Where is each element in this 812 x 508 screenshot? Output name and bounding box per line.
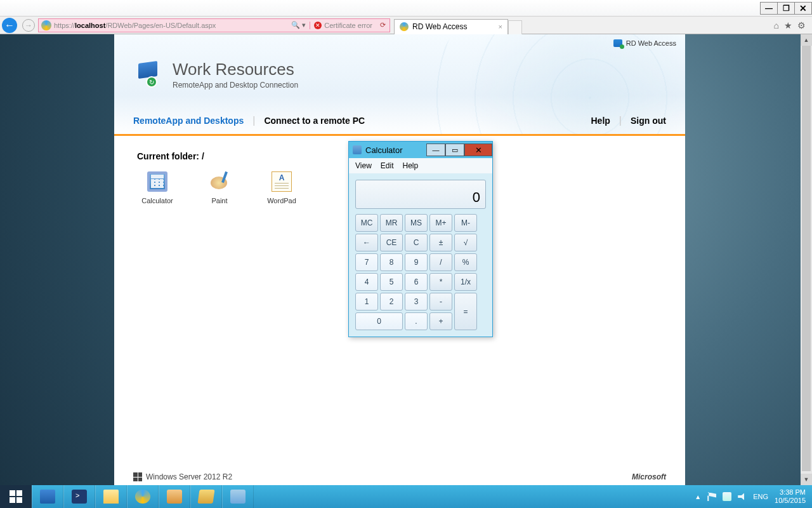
- command-icons: ⌂ ★ ⚙: [774, 20, 812, 30]
- taskbar-powershell[interactable]: [63, 485, 95, 508]
- calc-ms-button[interactable]: MS: [405, 214, 428, 232]
- nav-remoteapp[interactable]: RemoteApp and Desktops: [133, 116, 244, 126]
- tray-overflow-button[interactable]: ▲: [695, 493, 701, 500]
- search-icon[interactable]: 🔍 ▾: [287, 21, 310, 29]
- browser-toolbar: ← → https://localhost/RDWeb/Pages/en-US/…: [0, 17, 812, 34]
- taskbar-app1[interactable]: [159, 485, 190, 508]
- app-wordpad[interactable]: WordPad: [261, 171, 302, 204]
- vertical-scrollbar[interactable]: ▲ ▼: [801, 34, 812, 485]
- calc-1-button[interactable]: 1: [355, 293, 378, 311]
- start-button[interactable]: [0, 485, 32, 508]
- system-tray: ▲ ENG 3:38 PM 10/5/2015: [688, 485, 812, 508]
- wordpad-icon: [272, 171, 292, 192]
- calc-minimize-button[interactable]: —: [426, 144, 445, 156]
- tray-clock[interactable]: 3:38 PM 10/5/2015: [775, 488, 806, 505]
- calc-ce-button[interactable]: CE: [380, 234, 403, 251]
- new-tab-button[interactable]: [508, 20, 522, 34]
- calc-5-button[interactable]: 5: [380, 273, 403, 291]
- nav-separator: |: [252, 115, 255, 126]
- page-footer: Windows Server 2012 R2 Microsoft: [133, 472, 666, 481]
- maximize-button[interactable]: ❐: [777, 2, 795, 15]
- calculator-icon: [230, 490, 246, 504]
- nav-connect[interactable]: Connect to a remote PC: [264, 116, 365, 126]
- calc-decimal-button[interactable]: .: [405, 312, 428, 330]
- calc-divide-button[interactable]: /: [429, 253, 452, 271]
- url-text: https://localhost/RDWeb/Pages/en-US/Defa…: [54, 22, 287, 29]
- page-title: Work Resources: [173, 60, 298, 79]
- calculator-menubar: View Edit Help: [349, 158, 492, 173]
- calc-maximize-button[interactable]: ▭: [445, 144, 464, 156]
- taskbar-calculator[interactable]: [222, 485, 254, 508]
- calculator-titlebar[interactable]: Calculator — ▭ ✕: [349, 142, 492, 158]
- calc-7-button[interactable]: 7: [355, 253, 378, 271]
- back-button[interactable]: ←: [0, 17, 19, 34]
- calc-c-button[interactable]: C: [405, 234, 428, 251]
- tools-icon[interactable]: ⚙: [797, 20, 806, 30]
- tray-volume-icon[interactable]: [738, 492, 747, 501]
- calc-8-button[interactable]: 8: [380, 253, 403, 271]
- tray-network-icon[interactable]: [723, 492, 731, 501]
- calc-mr-button[interactable]: MR: [380, 214, 403, 232]
- tab-rdweb[interactable]: RD Web Access ×: [394, 19, 508, 34]
- calc-mminus-button[interactable]: M-: [454, 214, 477, 232]
- work-resources-icon: ↻: [133, 60, 160, 86]
- calculator-title: Calculator: [365, 145, 403, 155]
- calculator-keypad: MC MR MS M+ M- ← CE C ± √ 7 8 9 / % 4 5 …: [355, 214, 486, 330]
- taskbar-ie[interactable]: [127, 485, 159, 508]
- favorites-icon[interactable]: ★: [784, 20, 792, 30]
- folder-icon: [197, 490, 214, 504]
- tray-language[interactable]: ENG: [753, 493, 768, 500]
- nav-help[interactable]: Help: [591, 116, 610, 126]
- calc-equals-button[interactable]: =: [454, 293, 477, 330]
- ie-icon: [41, 20, 51, 30]
- refresh-button[interactable]: ⟳: [376, 21, 390, 29]
- os-titlebar: — ❐ ✕: [0, 0, 812, 17]
- menu-edit[interactable]: Edit: [381, 161, 394, 170]
- calc-backspace-button[interactable]: ←: [355, 234, 378, 251]
- brand-row: RD Web Access: [613, 39, 676, 47]
- address-bar[interactable]: https://localhost/RDWeb/Pages/en-US/Defa…: [38, 18, 390, 32]
- scroll-thumb[interactable]: [802, 46, 811, 471]
- footer-os: Windows Server 2012 R2: [146, 472, 232, 481]
- home-icon[interactable]: ⌂: [774, 20, 779, 30]
- calc-sqrt-button[interactable]: √: [454, 234, 477, 251]
- page-subtitle: RemoteApp and Desktop Connection: [173, 81, 298, 90]
- calc-mplus-button[interactable]: M+: [429, 214, 452, 232]
- tab-close-button[interactable]: ×: [499, 23, 502, 30]
- calc-4-button[interactable]: 4: [355, 273, 378, 291]
- calc-3-button[interactable]: 3: [405, 293, 428, 311]
- app-label: Paint: [211, 197, 227, 204]
- tray-flag-icon[interactable]: [707, 492, 716, 501]
- menu-help[interactable]: Help: [402, 161, 418, 170]
- server-manager-icon: [40, 490, 55, 504]
- taskbar-server-manager[interactable]: [32, 485, 63, 508]
- tray-date: 10/5/2015: [775, 497, 806, 505]
- taskbar-app2[interactable]: [190, 485, 222, 508]
- calc-6-button[interactable]: 6: [405, 273, 428, 291]
- app-paint[interactable]: Paint: [199, 171, 240, 204]
- scroll-down-button[interactable]: ▼: [801, 474, 812, 485]
- taskbar-file-explorer[interactable]: [95, 485, 127, 508]
- calc-mc-button[interactable]: MC: [355, 214, 378, 232]
- calc-add-button[interactable]: +: [429, 312, 452, 330]
- calc-reciprocal-button[interactable]: 1/x: [454, 273, 477, 291]
- calc-percent-button[interactable]: %: [454, 253, 477, 271]
- calc-plusminus-button[interactable]: ±: [429, 234, 452, 251]
- calc-2-button[interactable]: 2: [380, 293, 403, 311]
- nav-signout[interactable]: Sign out: [631, 116, 666, 126]
- scroll-up-button[interactable]: ▲: [801, 34, 812, 46]
- windows-logo-icon: [10, 490, 22, 503]
- calc-0-button[interactable]: 0: [355, 312, 403, 330]
- forward-button: →: [19, 17, 38, 34]
- minimize-button[interactable]: —: [760, 2, 778, 15]
- close-button[interactable]: ✕: [794, 2, 812, 15]
- calc-9-button[interactable]: 9: [405, 253, 428, 271]
- app-calculator[interactable]: Calculator: [137, 171, 178, 204]
- calculator-window[interactable]: Calculator — ▭ ✕ View Edit Help 0 MC MR …: [348, 141, 493, 337]
- calc-subtract-button[interactable]: -: [429, 293, 452, 311]
- certificate-error[interactable]: ✕Certificate error: [310, 22, 376, 29]
- calc-multiply-button[interactable]: *: [429, 273, 452, 291]
- calc-close-button[interactable]: ✕: [464, 144, 492, 156]
- config-icon: [167, 490, 182, 504]
- menu-view[interactable]: View: [355, 161, 372, 170]
